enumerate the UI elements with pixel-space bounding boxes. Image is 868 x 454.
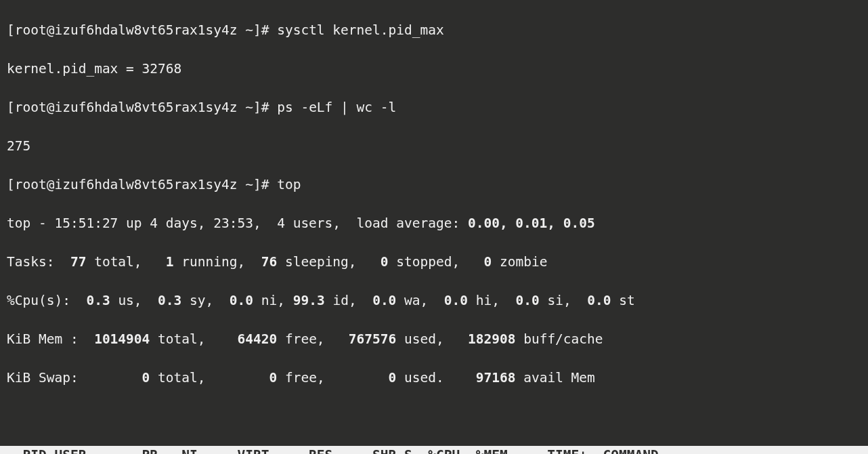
- command-1: sysctl kernel.pid_max: [277, 22, 444, 38]
- output-1: kernel.pid_max = 32768: [7, 60, 861, 79]
- prompt: [root@izuf6hdalw8vt65rax1sy4z ~]#: [7, 100, 269, 115]
- command-2: ps -eLf | wc -l: [277, 100, 396, 115]
- command-3: top: [277, 177, 301, 192]
- top-cpu-line: %Cpu(s): 0.3 us, 0.3 sy, 0.0 ni, 99.3 id…: [7, 291, 861, 311]
- blank-line: [7, 407, 861, 427]
- prompt: [root@izuf6hdalw8vt65rax1sy4z ~]#: [7, 22, 269, 38]
- prompt-line-1: [root@izuf6hdalw8vt65rax1sy4z ~]# sysctl…: [7, 21, 861, 41]
- prompt-line-2: [root@izuf6hdalw8vt65rax1sy4z ~]# ps -eL…: [7, 98, 861, 118]
- top-tasks-line: Tasks: 77 total, 1 running, 76 sleeping,…: [7, 253, 861, 272]
- terminal-output[interactable]: [root@izuf6hdalw8vt65rax1sy4z ~]# sysctl…: [0, 0, 868, 454]
- output-2: 275: [7, 137, 861, 157]
- top-swap-line: KiB Swap: 0 total, 0 free, 0 used. 97168…: [7, 369, 861, 388]
- prompt: [root@izuf6hdalw8vt65rax1sy4z ~]#: [7, 177, 269, 192]
- prompt-line-3: [root@izuf6hdalw8vt65rax1sy4z ~]# top: [7, 176, 861, 195]
- process-header: PID USER PR NI VIRT RES SHR S %CPU %MEM …: [0, 446, 868, 455]
- top-mem-line: KiB Mem : 1014904 total, 64420 free, 767…: [7, 330, 861, 350]
- top-line-1: top - 15:51:27 up 4 days, 23:53, 4 users…: [7, 214, 861, 234]
